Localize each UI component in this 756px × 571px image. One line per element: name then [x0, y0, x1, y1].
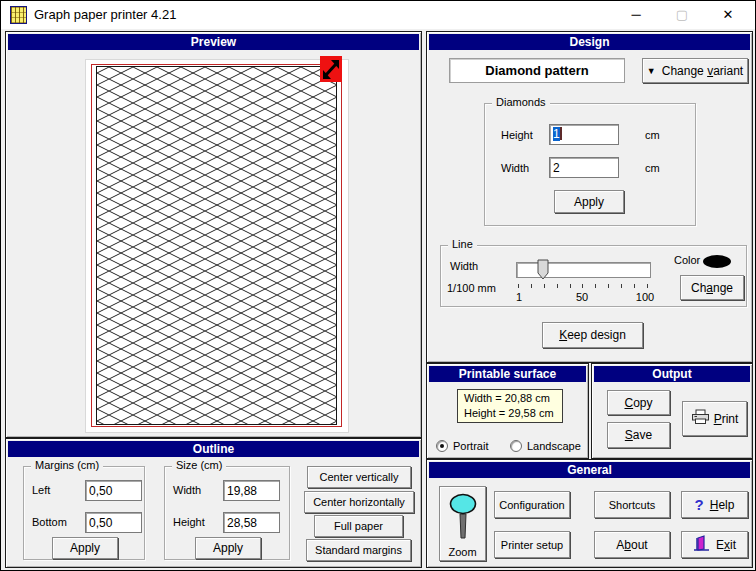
surface-width-text: Width = 20,88 cm [464, 391, 562, 406]
paper-red-outline [91, 64, 342, 427]
landscape-radio-circle[interactable] [510, 440, 522, 452]
slider-ticks [518, 284, 648, 289]
margins-groupbox: Margins (cm) Left Bottom Apply [23, 466, 145, 560]
design-header: Design [429, 34, 750, 50]
slider-thumb[interactable] [537, 259, 549, 285]
change-variant-label: Change variant [662, 64, 743, 78]
output-header: Output [594, 366, 750, 382]
size-groupbox: Size (cm) Width Height Apply [164, 466, 290, 560]
tick-label-1: 1 [513, 291, 525, 303]
diamond-pattern-svg [97, 67, 336, 424]
app-icon [10, 6, 27, 24]
design-panel: Design Diamond pattern ▼ Change variant … [426, 31, 753, 363]
surface-height-text: Height = 29,58 cm [464, 406, 562, 421]
printer-icon [691, 409, 710, 428]
margins-legend: Margins (cm) [31, 459, 103, 471]
line-groupbox: Line Width 1/100 mm 1 50 100 Color Cha [440, 245, 747, 307]
exit-button[interactable]: Exit [681, 531, 748, 558]
exit-door-icon [693, 535, 710, 555]
zoom-button[interactable]: Zoom [439, 486, 486, 561]
margin-bottom-label: Bottom [32, 516, 67, 528]
pattern-name: Diamond pattern [449, 58, 625, 83]
window-title: Graph paper printer 4.21 [34, 1, 176, 29]
output-panel: Output Copy Save Print [591, 363, 753, 459]
printable-surface-header: Printable surface [429, 366, 586, 382]
portrait-radio-circle[interactable] [436, 440, 448, 452]
printable-surface-panel: Printable surface Width = 20,88 cm Heigh… [426, 363, 589, 459]
zoom-label: Zoom [448, 546, 476, 558]
line-width-label: Width [450, 260, 478, 272]
margin-left-input[interactable] [85, 480, 142, 501]
tick-label-50: 50 [569, 291, 595, 303]
size-width-input[interactable] [223, 480, 280, 501]
window: Graph paper printer 4.21 ─ ▢ ✕ Preview [0, 0, 756, 571]
preview-panel: Preview [5, 31, 422, 438]
help-button[interactable]: ? Help [681, 491, 748, 518]
size-height-input[interactable] [223, 512, 280, 533]
center-horizontally-button[interactable]: Center horizontally [304, 491, 414, 513]
preview-header: Preview [8, 34, 419, 50]
margin-left-label: Left [32, 484, 50, 496]
tick-label-100: 100 [631, 291, 659, 303]
size-height-label: Height [173, 516, 205, 528]
save-button[interactable]: Save [607, 422, 670, 448]
landscape-radio[interactable]: Landscape [510, 436, 581, 454]
size-width-label: Width [173, 484, 201, 496]
titlebar: Graph paper printer 4.21 ─ ▢ ✕ [1, 1, 755, 29]
landscape-label: Landscape [527, 440, 581, 452]
about-button[interactable]: About [594, 531, 670, 558]
height-unit: cm [645, 129, 660, 141]
line-legend: Line [448, 238, 477, 250]
dropdown-arrow-icon: ▼ [647, 66, 656, 76]
keep-design-button[interactable]: Keep design [542, 322, 643, 348]
copy-button[interactable]: Copy [607, 390, 670, 415]
diamonds-apply-button[interactable]: Apply [554, 190, 624, 213]
diamond-pattern [96, 66, 337, 425]
margins-apply-button[interactable]: Apply [52, 537, 118, 559]
color-label: Color [674, 254, 700, 266]
change-variant-button[interactable]: ▼ Change variant [642, 58, 748, 83]
portrait-radio[interactable]: Portrait [436, 436, 488, 454]
shortcuts-button[interactable]: Shortcuts [594, 491, 670, 518]
maximize-button[interactable]: ▢ [659, 1, 705, 29]
configuration-button[interactable]: Configuration [494, 491, 570, 518]
diamonds-groupbox: Diamonds Height 1 cm Width cm Apply [484, 103, 696, 226]
size-legend: Size (cm) [172, 459, 226, 471]
width-input[interactable] [549, 157, 619, 178]
help-icon: ? [695, 496, 704, 513]
line-unit-label: 1/100 mm [447, 282, 496, 294]
width-label: Width [501, 162, 529, 174]
text-caret [560, 127, 562, 140]
change-color-button[interactable]: Change [680, 275, 744, 300]
general-header: General [429, 462, 750, 478]
surface-info-box: Width = 20,88 cm Height = 29,58 cm [457, 389, 563, 423]
general-panel: General Zoom Configuration Shortcuts ? H… [426, 459, 753, 568]
center-vertically-button[interactable]: Center vertically [307, 466, 411, 488]
close-button[interactable]: ✕ [705, 1, 751, 29]
print-button[interactable]: Print [682, 401, 747, 436]
full-paper-button[interactable]: Full paper [314, 515, 403, 537]
height-input[interactable]: 1 [549, 124, 619, 145]
diamonds-legend: Diamonds [492, 96, 550, 108]
height-label: Height [501, 129, 533, 141]
paper-preview [85, 59, 349, 433]
margin-bottom-input[interactable] [85, 512, 142, 533]
preview-zoom-corner-button[interactable] [320, 56, 342, 82]
portrait-label: Portrait [453, 440, 488, 452]
width-unit: cm [645, 162, 660, 174]
size-apply-button[interactable]: Apply [195, 537, 261, 559]
diagonal-arrows-icon [320, 70, 342, 85]
minimize-button[interactable]: ─ [613, 1, 659, 29]
printer-setup-button[interactable]: Printer setup [494, 531, 570, 558]
magnifier-icon [448, 491, 478, 545]
color-swatch [703, 255, 731, 268]
outline-panel: Outline Margins (cm) Left Bottom Apply S… [5, 438, 422, 568]
outline-header: Outline [8, 441, 419, 457]
standard-margins-button[interactable]: Standard margins [306, 539, 411, 561]
